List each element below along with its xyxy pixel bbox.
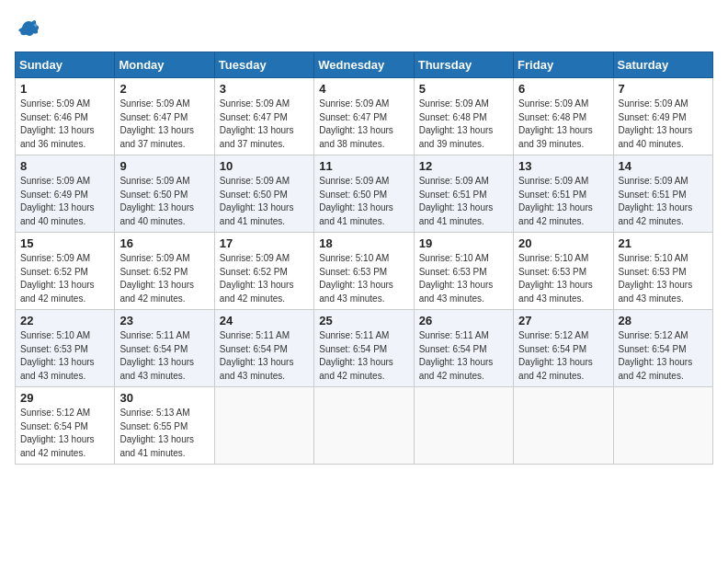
day-info: Sunrise: 5:09 AMSunset: 6:50 PMDaylight:… (319, 175, 408, 228)
day-number: 28 (619, 314, 708, 327)
empty-cell (414, 387, 513, 465)
calendar-table: SundayMondayTuesdayWednesdayThursdayFrid… (15, 52, 713, 465)
day-cell-1: 1Sunrise: 5:09 AMSunset: 6:46 PMDaylight… (16, 78, 115, 155)
day-info: Sunrise: 5:10 AMSunset: 6:53 PMDaylight:… (619, 252, 708, 305)
day-info: Sunrise: 5:09 AMSunset: 6:48 PMDaylight:… (518, 98, 608, 151)
day-info: Sunrise: 5:11 AMSunset: 6:54 PMDaylight:… (220, 329, 309, 383)
day-info: Sunrise: 5:12 AMSunset: 6:54 PMDaylight:… (518, 329, 608, 383)
day-cell-6: 6Sunrise: 5:09 AMSunset: 6:48 PMDaylight… (514, 78, 613, 155)
day-cell-2: 2Sunrise: 5:09 AMSunset: 6:47 PMDaylight… (115, 78, 214, 155)
day-info: Sunrise: 5:10 AMSunset: 6:53 PMDaylight:… (319, 252, 408, 305)
day-number: 23 (119, 314, 209, 327)
day-cell-27: 27Sunrise: 5:12 AMSunset: 6:54 PMDayligh… (514, 310, 613, 387)
day-cell-9: 9Sunrise: 5:09 AMSunset: 6:50 PMDaylight… (115, 155, 214, 233)
day-info: Sunrise: 5:09 AMSunset: 6:49 PMDaylight:… (20, 175, 109, 228)
day-number: 18 (319, 236, 408, 250)
day-cell-7: 7Sunrise: 5:09 AMSunset: 6:49 PMDaylight… (613, 78, 712, 155)
day-info: Sunrise: 5:09 AMSunset: 6:52 PMDaylight:… (119, 252, 209, 305)
day-info: Sunrise: 5:12 AMSunset: 6:54 PMDaylight:… (20, 407, 109, 460)
day-number: 2 (119, 82, 209, 96)
day-number: 13 (518, 159, 608, 173)
logo (15, 15, 44, 40)
calendar-row-3: 15Sunrise: 5:09 AMSunset: 6:52 PMDayligh… (16, 233, 713, 310)
day-info: Sunrise: 5:09 AMSunset: 6:48 PMDaylight:… (419, 98, 508, 151)
day-info: Sunrise: 5:11 AMSunset: 6:54 PMDaylight:… (419, 329, 508, 383)
day-number: 17 (220, 236, 309, 250)
day-number: 14 (619, 159, 708, 173)
header-tuesday: Tuesday (214, 52, 313, 78)
day-cell-24: 24Sunrise: 5:11 AMSunset: 6:54 PMDayligh… (214, 310, 313, 387)
day-number: 8 (20, 159, 109, 173)
calendar-header-row: SundayMondayTuesdayWednesdayThursdayFrid… (16, 52, 713, 78)
day-cell-16: 16Sunrise: 5:09 AMSunset: 6:52 PMDayligh… (115, 233, 214, 310)
calendar-row-4: 22Sunrise: 5:10 AMSunset: 6:53 PMDayligh… (16, 310, 713, 387)
day-info: Sunrise: 5:09 AMSunset: 6:47 PMDaylight:… (319, 98, 408, 151)
page-header (15, 15, 713, 40)
day-cell-30: 30Sunrise: 5:13 AMSunset: 6:55 PMDayligh… (115, 387, 214, 465)
day-cell-11: 11Sunrise: 5:09 AMSunset: 6:50 PMDayligh… (314, 155, 414, 233)
day-number: 25 (319, 314, 408, 327)
day-cell-5: 5Sunrise: 5:09 AMSunset: 6:48 PMDaylight… (414, 78, 513, 155)
day-cell-12: 12Sunrise: 5:09 AMSunset: 6:51 PMDayligh… (414, 155, 513, 233)
day-cell-19: 19Sunrise: 5:10 AMSunset: 6:53 PMDayligh… (414, 233, 513, 310)
day-cell-22: 22Sunrise: 5:10 AMSunset: 6:53 PMDayligh… (16, 310, 115, 387)
empty-cell (613, 387, 712, 465)
day-info: Sunrise: 5:10 AMSunset: 6:53 PMDaylight:… (419, 252, 508, 305)
day-number: 10 (220, 159, 309, 173)
day-info: Sunrise: 5:10 AMSunset: 6:53 PMDaylight:… (20, 329, 109, 383)
day-number: 11 (319, 159, 408, 173)
day-cell-17: 17Sunrise: 5:09 AMSunset: 6:52 PMDayligh… (214, 233, 313, 310)
day-number: 15 (20, 236, 109, 250)
day-cell-18: 18Sunrise: 5:10 AMSunset: 6:53 PMDayligh… (314, 233, 414, 310)
day-number: 7 (619, 82, 708, 96)
day-number: 3 (220, 82, 309, 96)
day-cell-20: 20Sunrise: 5:10 AMSunset: 6:53 PMDayligh… (514, 233, 613, 310)
day-number: 12 (419, 159, 508, 173)
day-cell-26: 26Sunrise: 5:11 AMSunset: 6:54 PMDayligh… (414, 310, 513, 387)
empty-cell (514, 387, 613, 465)
header-wednesday: Wednesday (314, 52, 414, 78)
day-info: Sunrise: 5:09 AMSunset: 6:51 PMDaylight:… (518, 175, 608, 228)
day-number: 29 (20, 391, 109, 405)
day-number: 21 (619, 236, 708, 250)
day-number: 6 (518, 82, 608, 96)
day-cell-4: 4Sunrise: 5:09 AMSunset: 6:47 PMDaylight… (314, 78, 414, 155)
day-number: 24 (220, 314, 309, 327)
day-info: Sunrise: 5:09 AMSunset: 6:47 PMDaylight:… (220, 98, 309, 151)
day-cell-23: 23Sunrise: 5:11 AMSunset: 6:54 PMDayligh… (115, 310, 214, 387)
day-info: Sunrise: 5:09 AMSunset: 6:46 PMDaylight:… (20, 98, 109, 151)
day-cell-3: 3Sunrise: 5:09 AMSunset: 6:47 PMDaylight… (214, 78, 313, 155)
day-info: Sunrise: 5:13 AMSunset: 6:55 PMDaylight:… (119, 407, 209, 460)
day-info: Sunrise: 5:12 AMSunset: 6:54 PMDaylight:… (619, 329, 708, 383)
day-info: Sunrise: 5:09 AMSunset: 6:51 PMDaylight:… (419, 175, 508, 228)
empty-cell (314, 387, 414, 465)
day-number: 5 (419, 82, 508, 96)
day-info: Sunrise: 5:09 AMSunset: 6:49 PMDaylight:… (619, 98, 708, 151)
header-friday: Friday (514, 52, 613, 78)
day-cell-14: 14Sunrise: 5:09 AMSunset: 6:51 PMDayligh… (613, 155, 712, 233)
day-cell-29: 29Sunrise: 5:12 AMSunset: 6:54 PMDayligh… (16, 387, 115, 465)
day-info: Sunrise: 5:09 AMSunset: 6:50 PMDaylight:… (220, 175, 309, 228)
day-cell-13: 13Sunrise: 5:09 AMSunset: 6:51 PMDayligh… (514, 155, 613, 233)
header-saturday: Saturday (613, 52, 712, 78)
day-number: 9 (119, 159, 209, 173)
day-info: Sunrise: 5:09 AMSunset: 6:51 PMDaylight:… (619, 175, 708, 228)
day-info: Sunrise: 5:09 AMSunset: 6:50 PMDaylight:… (119, 175, 209, 228)
day-info: Sunrise: 5:10 AMSunset: 6:53 PMDaylight:… (518, 252, 608, 305)
calendar-row-5: 29Sunrise: 5:12 AMSunset: 6:54 PMDayligh… (16, 387, 713, 465)
day-number: 19 (419, 236, 508, 250)
day-number: 4 (319, 82, 408, 96)
header-thursday: Thursday (414, 52, 513, 78)
day-number: 22 (20, 314, 109, 327)
day-cell-10: 10Sunrise: 5:09 AMSunset: 6:50 PMDayligh… (214, 155, 313, 233)
header-sunday: Sunday (16, 52, 115, 78)
logo-icon (15, 15, 40, 40)
day-info: Sunrise: 5:11 AMSunset: 6:54 PMDaylight:… (119, 329, 209, 383)
calendar-row-2: 8Sunrise: 5:09 AMSunset: 6:49 PMDaylight… (16, 155, 713, 233)
day-number: 27 (518, 314, 608, 327)
day-cell-15: 15Sunrise: 5:09 AMSunset: 6:52 PMDayligh… (16, 233, 115, 310)
day-info: Sunrise: 5:09 AMSunset: 6:47 PMDaylight:… (119, 98, 209, 151)
day-number: 20 (518, 236, 608, 250)
day-cell-25: 25Sunrise: 5:11 AMSunset: 6:54 PMDayligh… (314, 310, 414, 387)
calendar-row-1: 1Sunrise: 5:09 AMSunset: 6:46 PMDaylight… (16, 78, 713, 155)
